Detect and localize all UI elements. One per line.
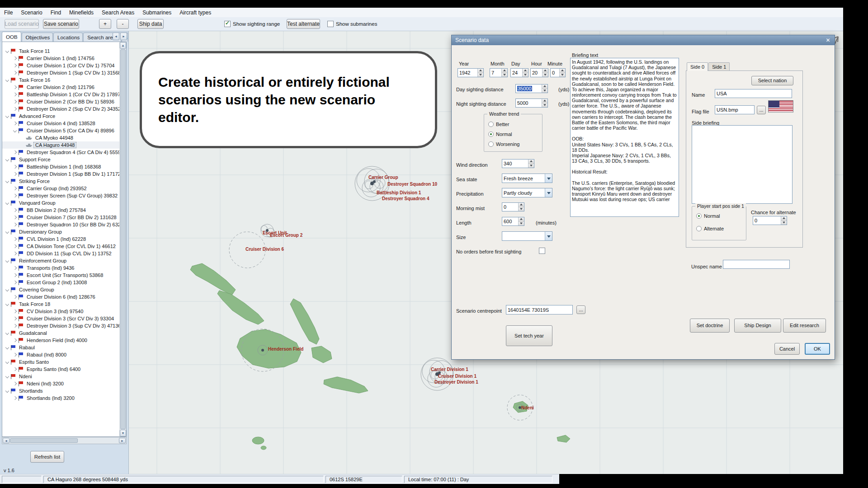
tree-item[interactable]: Carrier Group (Ind) 293952 — [2, 185, 126, 192]
tree-vertical-scrollbar[interactable]: ▲ ▼ — [119, 42, 126, 436]
radio-normal[interactable] — [488, 131, 494, 137]
tree-collapse-icon[interactable] — [4, 329, 10, 337]
tree-collapse-icon[interactable] — [4, 300, 10, 308]
tree-item[interactable]: Task Force 11 — [2, 47, 126, 55]
tree-collapse-icon[interactable] — [4, 178, 10, 185]
briefing-textarea[interactable]: In August 1942, following the U.S. landi… — [570, 58, 679, 217]
flag-browse-button[interactable]: ... — [757, 106, 766, 114]
tree-item[interactable]: Diversionary Group — [2, 228, 126, 235]
scrollbar-thumb[interactable] — [10, 438, 78, 443]
scroll-down-icon[interactable]: ▼ — [120, 430, 126, 436]
name-input[interactable]: USA — [715, 89, 792, 98]
centrepoint-browse-button[interactable]: ... — [576, 305, 585, 314]
tree-expand-icon[interactable] — [12, 337, 18, 344]
unspec-name-input[interactable] — [723, 260, 790, 269]
tree-collapse-icon[interactable] — [4, 387, 10, 394]
tree-item[interactable]: Destroyer Division 1 (Sup CV Div 1) 3156… — [2, 69, 126, 76]
chance-alternate-spinner[interactable]: 0 — [753, 216, 787, 225]
weather-option-better[interactable]: Better — [488, 121, 519, 127]
tree-item[interactable]: Destroyer Squadron 4 (Scr CA Div 4) 5559… — [2, 149, 126, 156]
tree-item[interactable]: Rabaul (Ind) 8000 — [2, 351, 126, 358]
tree-item[interactable]: CV Division 3 (Ind) 97540 — [2, 308, 126, 315]
close-icon[interactable]: ✕ — [824, 37, 832, 44]
tree-item[interactable]: Cruiser Division 1 (Cor CV Div 1) 75704 — [2, 62, 126, 69]
tree-collapse-icon[interactable] — [12, 127, 18, 134]
select-nation-button[interactable]: Select nation — [751, 76, 793, 85]
tree-item[interactable]: CA Haguro 44948 — [2, 141, 126, 149]
radio-alternate[interactable] — [696, 226, 702, 231]
tree-item[interactable]: DD Division 11 (Sup CVL Div 1) 13752 — [2, 250, 126, 257]
weather-option-normal[interactable]: Normal — [488, 131, 519, 137]
radio-normal[interactable] — [696, 213, 702, 219]
tree-item[interactable]: BB Division 2 (Ind) 275784 — [2, 206, 126, 214]
chevron-down-icon[interactable] — [545, 188, 552, 197]
tree-item[interactable]: Ndeni — [2, 373, 126, 380]
night-sighting-input[interactable]: 5000 — [515, 99, 548, 108]
tree-expand-icon[interactable] — [12, 105, 18, 113]
tree-item[interactable]: Espritu Santo — [2, 358, 126, 366]
zoom-in-button[interactable]: + — [99, 19, 111, 29]
minute-spinner[interactable]: 0 — [550, 68, 566, 77]
show-sighting-range-checkbox[interactable]: ✓ — [224, 21, 231, 27]
tree-collapse-icon[interactable] — [4, 228, 10, 235]
cancel-button[interactable]: Cancel — [774, 343, 800, 355]
tree-expand-icon[interactable] — [12, 250, 18, 257]
tree-item[interactable]: Battleship Division 1 (Ind) 168368 — [2, 163, 126, 170]
tree-item[interactable]: Support Force — [2, 156, 126, 163]
tree-item[interactable]: Vanguard Group — [2, 199, 126, 206]
tree-expand-icon[interactable] — [12, 120, 18, 127]
tree-item[interactable]: Advanced Force — [2, 113, 126, 120]
menu-item-aircraft-types[interactable]: Aircraft types — [175, 8, 215, 17]
tree-item[interactable]: Rabaul — [2, 344, 126, 351]
tree-expand-icon[interactable] — [12, 69, 18, 76]
menu-item-find[interactable]: Find — [47, 8, 65, 17]
weather-option-worsening[interactable]: Worsening — [488, 141, 519, 147]
day-spinner[interactable]: 24 — [510, 68, 528, 77]
menu-item-minefields[interactable]: Minefields — [65, 8, 98, 17]
tree-expand-icon[interactable] — [12, 149, 18, 156]
tree-collapse-icon[interactable] — [4, 199, 10, 206]
tree-item[interactable]: Covering Group — [2, 286, 126, 293]
tree-expand-icon[interactable] — [12, 62, 18, 69]
tab-scroll-left-icon[interactable]: ◄ — [113, 33, 119, 40]
tab-side-1[interactable]: Side 1 — [708, 62, 730, 70]
tree-expand-icon[interactable] — [12, 394, 18, 402]
tab-oob[interactable]: OOB — [2, 32, 21, 42]
tree-item[interactable]: Cruiser Division 5 (Cor CA Div 4) 89896 — [2, 127, 126, 134]
tree-item[interactable]: Cruiser Division 4 (Ind) 138528 — [2, 120, 126, 127]
tree-expand-icon[interactable] — [12, 279, 18, 286]
set-doctrine-button[interactable]: Set doctrine — [690, 319, 730, 333]
scroll-right-icon[interactable]: ► — [119, 438, 126, 443]
tree-item[interactable]: Battleship Division 1 (Cor CV Div 2) 178… — [2, 91, 126, 98]
tree-item[interactable]: Destroyer Squadron 10 (Scr BB Div 2) 632… — [2, 221, 126, 228]
tree-collapse-icon[interactable] — [4, 76, 10, 84]
tree-expand-icon[interactable] — [12, 55, 18, 62]
tree-item[interactable]: Destroyer Division 3 (Sup CV Div 3) 4713… — [2, 322, 126, 329]
tree-collapse-icon[interactable] — [4, 344, 10, 351]
tab-scroll-right-icon[interactable]: ► — [120, 33, 127, 40]
tree-item[interactable]: Striking Force — [2, 178, 126, 185]
tree-expand-icon[interactable] — [12, 91, 18, 98]
side-briefing-textarea[interactable] — [692, 125, 793, 204]
tree-expand-icon[interactable] — [12, 163, 18, 170]
tree-item[interactable]: Reinforcement Group — [2, 257, 126, 264]
hour-spinner[interactable]: 20 — [530, 68, 548, 77]
tree-collapse-icon[interactable] — [4, 47, 10, 55]
tree-horizontal-scrollbar[interactable]: ◄ ► — [2, 437, 127, 444]
tree-expand-icon[interactable] — [12, 380, 18, 387]
radio-better[interactable] — [488, 122, 494, 127]
tree-item[interactable]: Transports (Ind) 9436 — [2, 264, 126, 272]
tree-expand-icon[interactable] — [12, 315, 18, 322]
tree-item[interactable]: Task Force 16 — [2, 76, 126, 84]
tree-item[interactable]: Cruiser Division 2 (Cor BB Div 1) 58936 — [2, 98, 126, 105]
load-scenario-button[interactable]: Load scenario — [5, 19, 39, 29]
menu-item-submarines[interactable]: Submarines — [138, 8, 175, 17]
set-tech-year-button[interactable]: Set tech year — [506, 325, 552, 346]
test-alternate-button[interactable]: Test alternate — [287, 19, 320, 29]
zoom-out-button[interactable]: - — [117, 19, 129, 29]
tree-item[interactable]: Shortlands — [2, 387, 126, 394]
tree-item[interactable]: CVL Division 1 (Ind) 62228 — [2, 235, 126, 243]
ship-data-button[interactable]: Ship data — [137, 19, 164, 29]
no-orders-checkbox[interactable] — [539, 248, 545, 254]
tree-item[interactable]: Espritu Santo (Ind) 6400 — [2, 366, 126, 373]
